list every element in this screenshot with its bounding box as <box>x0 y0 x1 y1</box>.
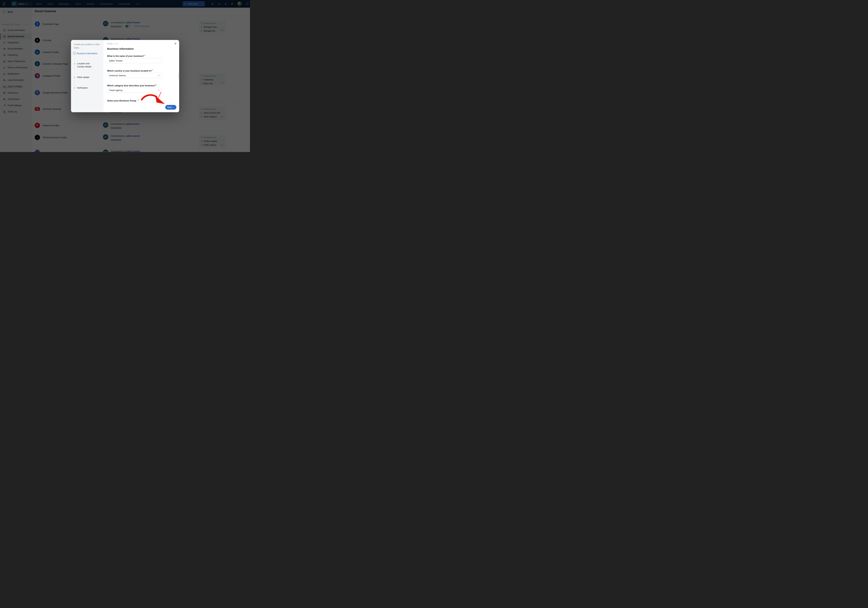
modal-footer: Next → <box>104 102 179 112</box>
step-location-contact[interactable]: Location and Contact details <box>77 62 98 68</box>
step-indicator: STEP 1 / 4 <box>107 43 118 45</box>
business-group-label: Select your Business Group?* <box>107 100 139 102</box>
category-select-value: Travel agency <box>109 89 122 92</box>
country-label: Which country is your business located i… <box>107 70 153 72</box>
business-name-label: What is the name of your business?* <box>107 55 145 58</box>
step-dot <box>74 87 75 89</box>
zoho-social-app: Zylker Travels Zylker T... Home Posts Me… <box>0 0 250 152</box>
chevron-down-icon <box>158 75 160 76</box>
modal-form-panel: × STEP 1 / 4 Business Information What i… <box>104 40 179 112</box>
modal-title: Business Information <box>107 47 134 50</box>
modal-stepper-panel: Create your profile in a few steps:, Bus… <box>71 40 104 112</box>
chevron-down-icon <box>158 89 160 91</box>
help-icon[interactable]: ? <box>137 100 138 102</box>
category-label: Which category best describes your busin… <box>107 84 157 87</box>
active-step-icon <box>73 51 76 55</box>
close-icon[interactable]: × <box>174 42 177 46</box>
step-dot <box>74 76 75 78</box>
modal-scrollbar[interactable] <box>178 73 179 79</box>
next-button[interactable]: Next → <box>165 105 177 110</box>
step-verification[interactable]: Verification <box>77 86 100 89</box>
step-other-details[interactable]: Other details <box>77 76 100 79</box>
required-asterisk: * <box>145 54 145 56</box>
required-asterisk: * <box>138 99 139 101</box>
create-profile-modal: Create your profile in a few steps:, Bus… <box>71 40 179 112</box>
required-asterisk: * <box>152 69 153 71</box>
step-dot <box>74 63 75 64</box>
country-select-value: American Samoa <box>109 75 126 77</box>
step-business-information[interactable]: Business Information <box>77 52 100 55</box>
arrow-right-icon: → <box>172 106 174 109</box>
business-name-input[interactable] <box>107 58 162 63</box>
category-select[interactable]: Travel agency <box>107 88 162 93</box>
country-select[interactable]: American Samoa <box>107 73 162 78</box>
required-asterisk: * <box>156 84 157 86</box>
modal-intro-text: Create your profile in a few steps:, <box>74 43 100 50</box>
